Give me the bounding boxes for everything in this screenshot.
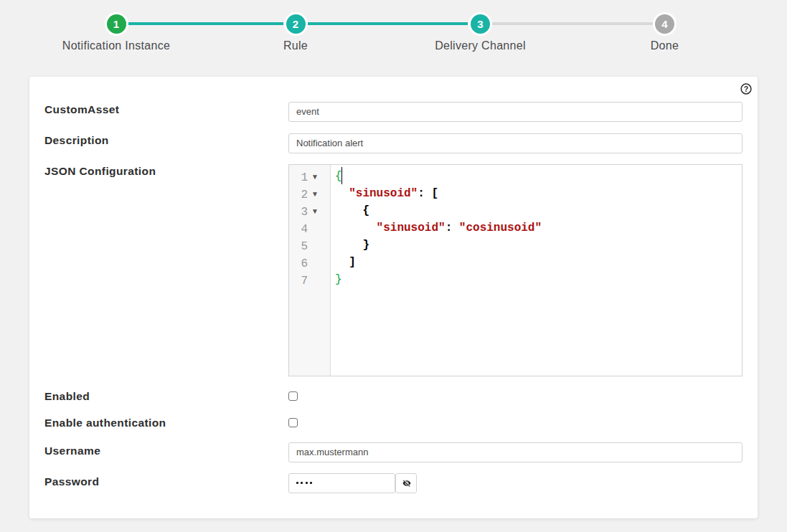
svg-text:?: ? (744, 85, 748, 93)
